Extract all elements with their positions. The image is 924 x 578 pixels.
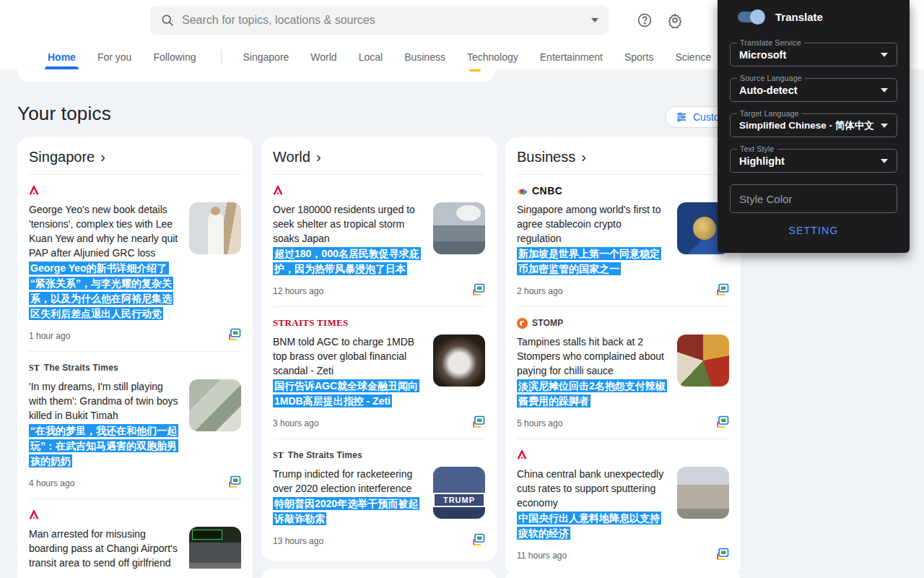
style-color-input[interactable]	[739, 193, 888, 205]
article-headline[interactable]: Singapore among world's first to agree s…	[517, 202, 668, 246]
field-value: Highlight	[739, 155, 785, 167]
article-translation: 超过180，000名居民敦促寻求庇护，因为热带风暴浸泡了日本	[273, 246, 424, 277]
full-coverage-icon[interactable]	[472, 533, 485, 549]
chevron-right-icon: ›	[581, 149, 586, 165]
topic-card-business: Business › CNBC	[505, 137, 741, 575]
nav-tab-technology[interactable]: Technology	[467, 51, 518, 63]
partial-card-top	[17, 69, 495, 82]
nav-tab-for-you[interactable]: For you	[97, 51, 131, 63]
article-thumbnail[interactable]	[677, 467, 729, 519]
cna-logo-icon	[273, 186, 283, 196]
article-thumbnail[interactable]	[677, 335, 729, 387]
article-thumbnail[interactable]: TRUMP	[433, 467, 485, 519]
field-label: Translate Service	[737, 38, 804, 47]
tune-icon	[676, 111, 687, 123]
help-icon[interactable]	[637, 12, 653, 28]
text-style-select[interactable]: Text Style Highlight	[730, 149, 897, 173]
article-translation: 国行告诉AGC就全球金融丑闻向1MDB高层提出指控 - Zeti	[273, 379, 424, 409]
full-coverage-icon[interactable]	[716, 283, 729, 299]
source-name: STOMP	[532, 318, 563, 328]
card-title-singapore[interactable]: Singapore ›	[29, 142, 241, 175]
nav-tab-entertainment[interactable]: Entertainment	[540, 51, 603, 63]
search-input[interactable]	[182, 14, 585, 27]
article: CNBC Singapore among world's first to ag…	[517, 175, 729, 306]
article-headline[interactable]: George Yeo's new book details 'tensions'…	[29, 202, 180, 260]
source-row	[273, 184, 485, 197]
nav-tab-science[interactable]: Science	[675, 51, 711, 63]
article-timestamp: 5 hours ago	[517, 418, 562, 428]
article-translation: George Yeo的新书详细介绍了“紧张关系”，与李光耀的复杂关系，以及为什么…	[29, 261, 180, 322]
nav-divider	[221, 50, 222, 64]
article-headline[interactable]: China central bank unexpectedly cuts rat…	[517, 467, 668, 510]
article-headline[interactable]: Over 180000 residents urged to seek shel…	[273, 202, 424, 246]
card-title-world[interactable]: World ›	[273, 142, 485, 175]
article-timestamp: 12 hours ago	[273, 286, 323, 296]
full-coverage-icon[interactable]	[472, 283, 485, 299]
full-coverage-icon[interactable]	[228, 328, 241, 344]
source-row	[517, 449, 729, 462]
card-title-label: Singapore	[29, 149, 95, 165]
article-translation: “在我的梦里，我还在和他们一起玩”：在武吉知马遇害的双胞胎男孩的奶奶	[29, 423, 180, 469]
translate-toggle-label: Translate	[775, 11, 823, 23]
gear-icon[interactable]	[667, 12, 683, 28]
article-timestamp: 13 hours ago	[273, 536, 323, 546]
nav-tab-following[interactable]: Following	[153, 51, 196, 63]
article-timestamp: 2 hours ago	[517, 286, 562, 296]
source-row: STRAITS TIMES	[273, 316, 485, 329]
card-title-label: World	[273, 149, 310, 165]
nav-tab-home[interactable]: Home	[48, 51, 76, 63]
article-thumbnail[interactable]	[189, 379, 241, 431]
article-headline[interactable]: Trump indicted for racketeering over 202…	[273, 467, 424, 496]
chevron-right-icon: ›	[316, 149, 321, 165]
source-row	[29, 509, 241, 522]
partial-card-bottom	[505, 569, 741, 578]
search-dropdown-arrow-icon[interactable]	[591, 18, 598, 22]
article-headline[interactable]: 'In my dreams, I'm still playing with th…	[29, 379, 180, 423]
full-coverage-icon[interactable]	[472, 415, 485, 431]
thumbnail-sign-text: TRUMP	[433, 493, 485, 507]
chevron-right-icon: ›	[100, 149, 105, 165]
article-thumbnail[interactable]	[433, 202, 485, 254]
card-title-business[interactable]: Business ›	[517, 142, 729, 175]
full-coverage-icon[interactable]	[716, 548, 729, 564]
nav-tab-world[interactable]: World	[310, 51, 336, 63]
article-thumbnail[interactable]	[189, 202, 241, 254]
article-timestamp: 11 hours ago	[517, 551, 567, 561]
nav-tab-sports[interactable]: Sports	[624, 51, 653, 63]
translate-service-select[interactable]: Translate Service Microsoft	[730, 43, 897, 66]
nav-tab-singapore[interactable]: Singapore	[243, 51, 289, 63]
article-headline[interactable]: Man arrested for misusing boarding pass …	[29, 527, 180, 570]
topic-card-singapore: Singapore › George Yeo's new book detail…	[17, 137, 253, 578]
article-translation: 新加坡是世界上第一个同意稳定币加密监管的国家之一	[517, 246, 668, 277]
article-timestamp: 1 hour ago	[29, 331, 70, 341]
article-thumbnail[interactable]	[433, 335, 485, 387]
stomp-logo-icon	[517, 318, 528, 329]
setting-link[interactable]: SETTING	[718, 225, 910, 236]
full-coverage-icon[interactable]	[228, 475, 241, 491]
dropdown-arrow-icon	[881, 53, 888, 57]
cna-logo-icon	[29, 186, 39, 196]
field-label: Text Style	[737, 144, 777, 153]
source-name: The Straits Times	[44, 363, 118, 373]
source-language-select[interactable]: Source Language Auto-detect	[730, 78, 897, 102]
nav-tab-local[interactable]: Local	[359, 51, 383, 63]
nav-tab-business[interactable]: Business	[404, 51, 445, 63]
target-language-select[interactable]: Target Language Simplified Chinese - 简体中…	[730, 113, 897, 137]
cnbc-logo-text: CNBC	[532, 185, 562, 197]
article-timestamp: 3 hours ago	[273, 418, 318, 428]
source-row: ST The Straits Times	[29, 361, 241, 374]
card-title-label: Business	[517, 149, 575, 165]
search-bar[interactable]	[150, 6, 609, 35]
field-value: Microsoft	[739, 49, 786, 61]
page-title: Your topics	[17, 103, 111, 125]
article: Over 180000 residents urged to seek shel…	[273, 175, 485, 306]
full-coverage-icon[interactable]	[716, 415, 729, 431]
article-headline[interactable]: BNM told AGC to charge 1MDB top brass ov…	[273, 335, 424, 378]
topic-card-world: World › Over 180000 residents urged to s…	[261, 137, 497, 561]
article: STRAITS TIMES BNM told AGC to charge 1MD…	[273, 306, 485, 439]
article-headline[interactable]: Tampines stalls hit back at 2 Stompers w…	[517, 335, 668, 378]
translate-toggle[interactable]	[738, 12, 764, 22]
style-color-field[interactable]	[730, 184, 897, 213]
main-nav: Home For you Following Singapore World L…	[48, 48, 784, 66]
dropdown-arrow-icon	[881, 159, 888, 163]
